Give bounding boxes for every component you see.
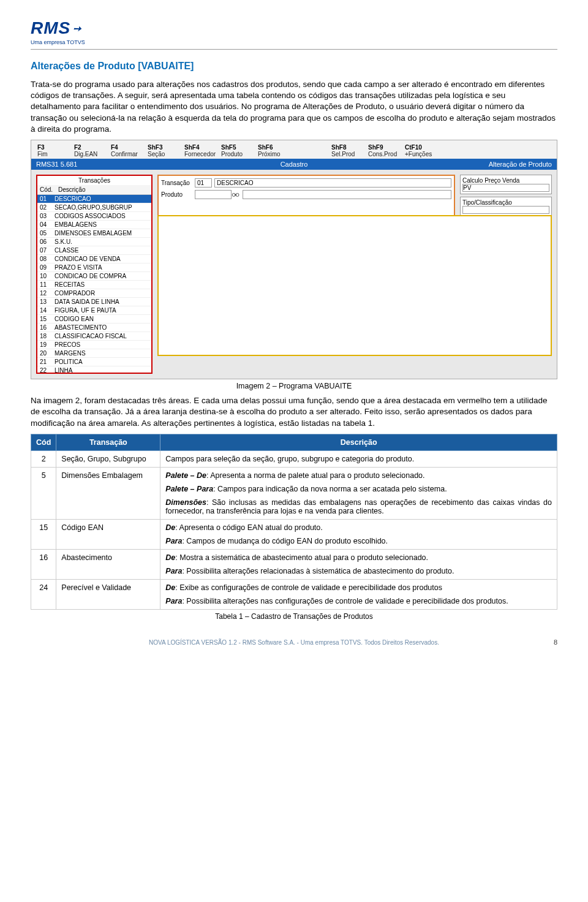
fkey-item[interactable]: ShF5Produto bbox=[219, 143, 255, 159]
input-produto[interactable] bbox=[195, 190, 232, 199]
transaction-row[interactable]: 18CLASSIFICACAO FISCAL bbox=[37, 332, 151, 341]
fkey-item[interactable]: ShF9Cons.Prod bbox=[366, 143, 402, 159]
fkey-item[interactable]: F2Dig.EAN bbox=[72, 143, 108, 159]
transaction-row[interactable]: 05DIMENSOES EMBALAGEM bbox=[37, 229, 151, 238]
footer-text: NOVA LOGÍSTICA VERSÃO 1.2 - RMS Software… bbox=[149, 639, 439, 646]
th-transacao: Transação bbox=[56, 434, 160, 450]
svg-rect-2 bbox=[235, 194, 236, 195]
transaction-row[interactable]: 08CONDICAO DE VENDA bbox=[37, 255, 151, 263]
transaction-row[interactable]: 19PRECOS bbox=[37, 341, 151, 349]
right-panel: Calculo Preço Venda Tipo/Classificação bbox=[460, 175, 552, 216]
th-cod: Cód bbox=[31, 434, 56, 450]
title-bar: RMS31 5.681 Cadastro Alteração de Produt… bbox=[31, 159, 557, 170]
transactions-list[interactable]: 01DESCRICAO02SECAO,GRUPO,SUBGRUP03CODIGO… bbox=[37, 195, 151, 373]
transaction-row[interactable]: 14FIGURA, UF E PAUTA bbox=[37, 306, 151, 315]
table-caption: Tabela 1 – Cadastro de Transações de Pro… bbox=[31, 612, 557, 621]
col-head-desc: Descrição bbox=[56, 185, 151, 194]
label-produto: Produto bbox=[161, 191, 195, 198]
transaction-row[interactable]: 09PRAZO E VISITA bbox=[37, 263, 151, 272]
fkey-item[interactable]: ShF4Fornecedor bbox=[182, 143, 219, 159]
transaction-row[interactable]: 01DESCRICAO bbox=[37, 195, 151, 203]
table-row: 24Perecível e ValidadeDe: Exibe as confi… bbox=[31, 579, 557, 609]
transactions-title: Transações bbox=[37, 176, 151, 185]
label-tipo-class: Tipo/Classificação bbox=[462, 199, 549, 206]
transaction-row[interactable]: 11RECEITAS bbox=[37, 281, 151, 289]
label-calc-preco: Calculo Preço Venda bbox=[462, 177, 549, 184]
function-key-bar: F3FimF2Dig.EANF4ConfirmarShF3SeçãoShF4Fo… bbox=[31, 140, 557, 159]
fkey-item[interactable]: ShF8Sel.Prod bbox=[329, 143, 366, 159]
logo-subtitle: Uma empresa TOTVS bbox=[31, 39, 85, 45]
swoosh-icon: ➙ bbox=[73, 23, 81, 34]
transaction-row[interactable]: 02SECAO,GRUPO,SUBGRUP bbox=[37, 203, 151, 212]
titlebar-center: Cadastro bbox=[191, 161, 398, 168]
image-caption: Imagem 2 – Programa VABUAITE bbox=[31, 382, 557, 390]
page-footer: NOVA LOGÍSTICA VERSÃO 1.2 - RMS Software… bbox=[31, 639, 557, 646]
transaction-row[interactable]: 12COMPRADOR bbox=[37, 289, 151, 298]
table-row: 2Seção, Grupo, SubgrupoCampos para seleç… bbox=[31, 450, 557, 467]
transaction-row[interactable]: 04EMBALAGENS bbox=[37, 221, 151, 229]
transaction-row[interactable]: 07CLASSE bbox=[37, 246, 151, 255]
product-panel: Transação Produto bbox=[157, 175, 455, 216]
label-transacao: Transação bbox=[161, 180, 195, 186]
transaction-row[interactable]: 21POLITICA bbox=[37, 358, 151, 366]
transaction-row[interactable]: 03CODIGOS ASSOCIADOS bbox=[37, 212, 151, 221]
titlebar-left: RMS31 5.681 bbox=[36, 161, 191, 168]
input-tipo-class[interactable] bbox=[462, 206, 549, 214]
transactions-table: Cód Transação Descrição 2Seção, Grupo, S… bbox=[31, 434, 557, 610]
table-row: 15Código EANDe: Apresenta o código EAN a… bbox=[31, 519, 557, 549]
fkey-item[interactable]: ShF3Seção bbox=[145, 143, 182, 159]
logo-brand: RMS bbox=[31, 18, 70, 38]
app-screenshot: F3FimF2Dig.EANF4ConfirmarShF3SeçãoShF4Fo… bbox=[31, 140, 557, 379]
section-title: Alterações de Produto [VABUAITE] bbox=[31, 61, 557, 72]
transaction-row[interactable]: 20MARGENS bbox=[37, 349, 151, 358]
paragraph-2: Na imagem 2, foram destacadas três áreas… bbox=[31, 395, 557, 429]
transaction-row[interactable]: 13DATA SAIDA DE LINHA bbox=[37, 298, 151, 306]
transaction-row[interactable]: 06S.K.U. bbox=[37, 238, 151, 246]
input-trans-desc[interactable] bbox=[214, 178, 451, 188]
input-trans-code[interactable] bbox=[195, 178, 212, 188]
th-descricao: Descrição bbox=[160, 434, 557, 450]
page-number: 8 bbox=[554, 639, 557, 646]
transaction-row[interactable]: 15CODIGO EAN bbox=[37, 315, 151, 324]
paragraph-1: Trata-se do programa usado para alteraçõ… bbox=[31, 79, 557, 135]
transaction-row[interactable]: 10CONDICAO DE COMPRA bbox=[37, 272, 151, 281]
table-row: 16AbastecimentoDe: Mostra a sistemática … bbox=[31, 549, 557, 579]
page-header: RMS ➙ Uma empresa TOTVS bbox=[31, 18, 557, 50]
transactions-panel[interactable]: Transações Cód. Descrição 01DESCRICAO02S… bbox=[36, 175, 153, 374]
table-row: 5Dimensões EmbalagemPalete – De: Apresen… bbox=[31, 467, 557, 519]
col-head-cod: Cód. bbox=[37, 185, 56, 194]
fkey-item[interactable]: CtF10+Funções bbox=[402, 143, 439, 159]
fkey-item[interactable]: F3Fim bbox=[35, 143, 72, 159]
logo: RMS ➙ Uma empresa TOTVS bbox=[31, 18, 85, 45]
transaction-row[interactable]: 16ABASTECIMENTO bbox=[37, 324, 151, 332]
transaction-row[interactable]: 22LINHA bbox=[37, 366, 151, 373]
input-calc-preco[interactable] bbox=[462, 184, 549, 192]
input-produto-desc[interactable] bbox=[243, 190, 451, 199]
edit-area bbox=[157, 215, 552, 356]
fkey-item[interactable] bbox=[292, 143, 329, 159]
search-icon[interactable] bbox=[232, 192, 240, 198]
fkey-item[interactable]: F4Confirmar bbox=[108, 143, 145, 159]
fkey-item[interactable]: ShF6Próximo bbox=[255, 143, 292, 159]
titlebar-right: Alteração de Produto bbox=[397, 161, 552, 168]
